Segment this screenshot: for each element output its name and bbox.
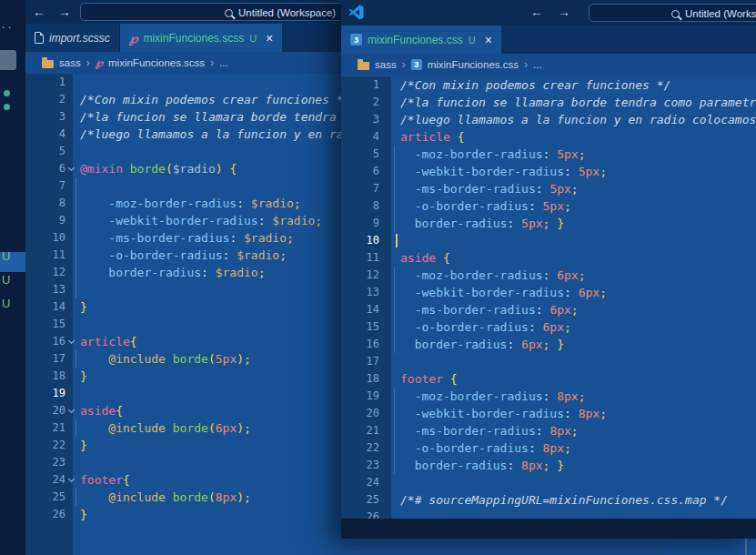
code-token: : xyxy=(258,214,273,227)
code-line[interactable]: 13 -webkit-border-radius: 6px; xyxy=(341,284,756,301)
code-token: $radio xyxy=(237,248,279,262)
command-center-search[interactable]: Untitled (Workspace) xyxy=(589,4,756,22)
indent-guide xyxy=(394,388,395,405)
code-token: 5px xyxy=(557,147,578,161)
tab-mixinfunciones-css[interactable]: 3 mixinFunciones.css U × xyxy=(341,25,501,54)
line-number: 26 xyxy=(25,506,73,523)
code-token: ; xyxy=(600,286,607,299)
code-token xyxy=(80,248,108,262)
forward-arrow-button[interactable]: → xyxy=(558,4,570,20)
line-number: 8 xyxy=(25,195,73,212)
code-token: 6px xyxy=(216,421,237,435)
indent-guide xyxy=(76,419,76,437)
code-token: ( xyxy=(166,162,173,176)
code-token: : xyxy=(536,182,550,196)
tab-import-scss[interactable]: import.scssc xyxy=(25,24,120,52)
code-token: : xyxy=(507,338,521,351)
code-line[interactable]: 25/*# sourceMappingURL=mixinFunciones.cs… xyxy=(341,491,756,509)
code-line[interactable]: 12 -moz-border-radius: 6px; xyxy=(341,267,756,284)
code-line[interactable]: 16 border-radius: 6px; } xyxy=(341,336,756,353)
code-token: } xyxy=(80,439,87,452)
code-token: ; xyxy=(571,303,579,317)
code-line[interactable]: 18footer { xyxy=(341,370,756,388)
back-arrow-button[interactable]: ← xyxy=(33,4,45,20)
code-line[interactable]: 4article { xyxy=(341,128,756,146)
folder-icon xyxy=(42,60,54,68)
code-line[interactable]: 1/*Con mixin podemos crear funciones */ xyxy=(341,76,756,94)
git-untracked-badge: U xyxy=(2,297,20,310)
code-token xyxy=(80,197,108,210)
code-line[interactable]: 7 -ms-border-radius: 5px; xyxy=(341,180,756,197)
breadcrumb-more[interactable]: ... xyxy=(219,57,228,68)
breadcrumb-folder[interactable]: sass xyxy=(59,57,81,68)
line-number: 12 xyxy=(341,267,391,284)
code-token: ; xyxy=(564,320,571,334)
line-number: 16 xyxy=(25,333,73,350)
code-line[interactable]: 20 -webkit-border-radius: 8px; xyxy=(341,405,756,422)
code-line[interactable]: 19 -moz-border-radius: 8px; xyxy=(341,388,756,405)
line-number: 7 xyxy=(341,180,391,197)
code-token xyxy=(450,130,458,144)
forward-arrow-button[interactable]: → xyxy=(58,4,71,20)
vscode-window-css: ← → Untitled (Workspace) 3 mixinFuncione… xyxy=(341,0,756,539)
code-token: ; xyxy=(287,231,294,245)
code-line[interactable]: 10 xyxy=(341,232,756,249)
code-token: -o-border-radius xyxy=(415,199,529,213)
code-token: -moz-border-radius xyxy=(415,389,543,403)
code-token: ; xyxy=(579,268,586,282)
code-token: ( xyxy=(208,352,216,366)
tab-mixinfunciones-scss[interactable]: ℘ mixinFunciones.scss U × xyxy=(120,24,283,52)
code-token: $radio xyxy=(251,197,294,210)
code-line[interactable]: 24 xyxy=(341,474,756,491)
line-number: 1 xyxy=(341,76,391,94)
code-token: -webkit-border-radius xyxy=(415,286,564,299)
code-line[interactable]: 11aside { xyxy=(341,249,756,267)
code-line[interactable]: 21 -ms-border-radius: 8px; xyxy=(341,422,756,439)
code-token: 6px xyxy=(579,286,600,299)
line-number: 18 xyxy=(341,370,391,388)
code-token: : xyxy=(543,147,558,161)
code-line[interactable]: 8 -o-border-radius: 5px; xyxy=(341,197,756,215)
code-line[interactable]: 22 -o-border-radius: 8px; xyxy=(341,439,756,457)
code-token: : xyxy=(536,303,550,317)
background-window-fragment xyxy=(667,539,756,555)
code-token: $radio xyxy=(173,162,216,176)
code-token: footer xyxy=(400,372,443,386)
indent-guide xyxy=(76,489,76,506)
line-number: 7 xyxy=(25,177,73,195)
indent-guide xyxy=(76,247,76,264)
code-token: : xyxy=(529,441,543,455)
search-icon xyxy=(671,10,680,18)
code-line[interactable]: 5 -moz-border-radius: 5px; xyxy=(341,146,756,163)
background-scrollbar-thumb[interactable] xyxy=(0,50,16,70)
code-token: ; xyxy=(258,266,266,279)
back-arrow-button[interactable]: ← xyxy=(530,4,543,20)
breadcrumb-file[interactable]: mixinFunciones.scss xyxy=(108,57,205,68)
code-token: -ms-border-radius xyxy=(108,231,229,245)
code-line[interactable]: 23 border-radius: 8px; } xyxy=(341,457,756,474)
code-line[interactable]: 2/*la funcion se llamara borde tendra co… xyxy=(341,94,756,111)
file-icon xyxy=(35,32,44,44)
code-token: ) xyxy=(216,162,223,176)
breadcrumb-file[interactable]: mixinFunciones.css xyxy=(428,59,519,70)
line-number: 22 xyxy=(25,437,73,454)
code-line[interactable]: 14 -ms-border-radius: 6px; xyxy=(341,301,756,318)
code-line[interactable]: 15 -o-border-radius: 6px; xyxy=(341,318,756,336)
code-line[interactable]: 17 xyxy=(341,353,756,370)
line-number: 20 xyxy=(341,405,391,422)
code-token: : xyxy=(529,320,543,334)
code-line[interactable]: 6 -webkit-border-radius: 5px; xyxy=(341,163,756,180)
close-icon[interactable]: × xyxy=(485,33,492,47)
line-number: 1 xyxy=(25,74,73,91)
code-token: article xyxy=(80,335,130,348)
code-token: -webkit-border-radius xyxy=(415,407,564,420)
tab-label: import.scssc xyxy=(49,32,110,45)
code-token: : xyxy=(507,459,521,472)
breadcrumb-more[interactable]: ... xyxy=(533,59,542,70)
code-token: } xyxy=(557,338,564,351)
code-line[interactable]: 3/*luego llamamos a la funcion y en radi… xyxy=(341,111,756,128)
breadcrumb-folder[interactable]: sass xyxy=(375,59,397,70)
code-line[interactable]: 9 border-radius: 5px; } xyxy=(341,215,756,232)
line-number: 12 xyxy=(25,264,73,281)
close-icon[interactable]: × xyxy=(266,31,273,45)
